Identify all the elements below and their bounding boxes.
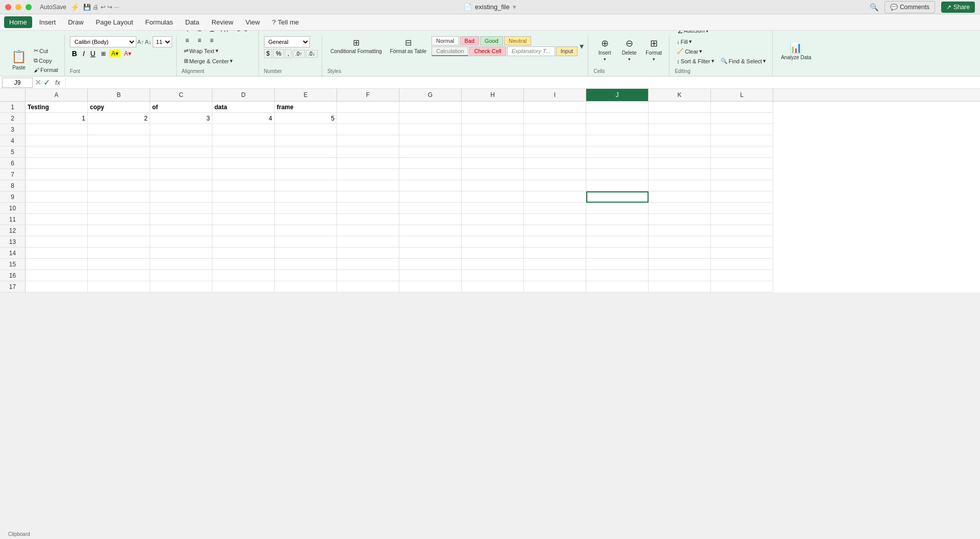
cell-d12[interactable] xyxy=(212,225,275,236)
cell-l6[interactable] xyxy=(711,158,773,169)
cell-e4[interactable] xyxy=(275,135,337,146)
cell-c13[interactable] xyxy=(150,236,212,248)
cell-d15[interactable] xyxy=(212,259,275,270)
format-painter-button[interactable]: 🖌 Format xyxy=(32,66,60,74)
cell-k14[interactable] xyxy=(649,248,711,259)
cell-k4[interactable] xyxy=(649,135,711,146)
cell-k10[interactable] xyxy=(649,203,711,214)
cell-k2[interactable] xyxy=(649,113,711,124)
cell-g5[interactable] xyxy=(399,146,462,158)
cell-b7[interactable] xyxy=(88,169,150,180)
copy-button[interactable]: ⧉ Copy xyxy=(32,56,60,65)
row-header-14[interactable]: 14 xyxy=(0,248,26,259)
cell-c3[interactable] xyxy=(150,124,212,135)
cell-c10[interactable] xyxy=(150,203,212,214)
cell-g7[interactable] xyxy=(399,169,462,180)
col-header-d[interactable]: D xyxy=(212,89,275,101)
cell-k12[interactable] xyxy=(649,225,711,236)
cell-l4[interactable] xyxy=(711,135,773,146)
cell-h3[interactable] xyxy=(462,124,524,135)
cell-g13[interactable] xyxy=(399,236,462,248)
cell-b3[interactable] xyxy=(88,124,150,135)
cell-d6[interactable] xyxy=(212,158,275,169)
cell-f9[interactable] xyxy=(337,191,399,203)
cell-l9[interactable] xyxy=(711,191,773,203)
comments-button[interactable]: 💬 Comments xyxy=(885,1,935,13)
cell-g4[interactable] xyxy=(399,135,462,146)
cell-b14[interactable] xyxy=(88,248,150,259)
menu-data[interactable]: Data xyxy=(180,16,204,28)
font-color-button[interactable]: A▾ xyxy=(122,50,133,58)
row-header-8[interactable]: 8 xyxy=(0,180,26,191)
style-normal[interactable]: Normal xyxy=(432,36,459,45)
row-header-6[interactable]: 6 xyxy=(0,158,26,169)
cell-b12[interactable] xyxy=(88,225,150,236)
currency-button[interactable]: $ xyxy=(264,49,273,58)
cell-b10[interactable] xyxy=(88,203,150,214)
cell-a17[interactable] xyxy=(26,281,88,292)
row-header-10[interactable]: 10 xyxy=(0,203,26,214)
cell-reference-input[interactable] xyxy=(2,78,33,88)
cell-c4[interactable] xyxy=(150,135,212,146)
comma-button[interactable]: , xyxy=(285,49,292,58)
cell-e14[interactable] xyxy=(275,248,337,259)
cell-e5[interactable] xyxy=(275,146,337,158)
cell-c11[interactable] xyxy=(150,214,212,225)
row-header-11[interactable]: 11 xyxy=(0,214,26,225)
cell-g11[interactable] xyxy=(399,214,462,225)
cell-i9[interactable] xyxy=(524,191,586,203)
decrease-decimal-button[interactable]: .0↓ xyxy=(306,50,318,58)
font-family-select[interactable]: Calibri (Body) xyxy=(70,36,136,47)
cell-h12[interactable] xyxy=(462,225,524,236)
cell-l12[interactable] xyxy=(711,225,773,236)
align-top-button[interactable]: ⊤ xyxy=(182,31,193,34)
cell-g6[interactable] xyxy=(399,158,462,169)
cell-c17[interactable] xyxy=(150,281,212,292)
cell-j11[interactable] xyxy=(586,214,649,225)
cell-l5[interactable] xyxy=(711,146,773,158)
col-header-i[interactable]: I xyxy=(524,89,586,101)
cell-b15[interactable] xyxy=(88,259,150,270)
style-input[interactable]: Input xyxy=(556,46,578,56)
cell-f1[interactable] xyxy=(337,102,399,113)
cell-h1[interactable] xyxy=(462,102,524,113)
col-header-a[interactable]: A xyxy=(26,89,88,101)
row-header-15[interactable]: 15 xyxy=(0,259,26,270)
cell-g9[interactable] xyxy=(399,191,462,203)
cell-i15[interactable] xyxy=(524,259,586,270)
cell-e1[interactable]: frame xyxy=(275,102,337,113)
cell-a14[interactable] xyxy=(26,248,88,259)
cell-j5[interactable] xyxy=(586,146,649,158)
underline-button[interactable]: U xyxy=(88,49,98,58)
cell-d4[interactable] xyxy=(212,135,275,146)
cell-j2[interactable] xyxy=(586,113,649,124)
style-expl[interactable]: Explanatory T... xyxy=(507,46,555,56)
cell-f14[interactable] xyxy=(337,248,399,259)
menu-formulas[interactable]: Formulas xyxy=(140,16,178,28)
cell-d7[interactable] xyxy=(212,169,275,180)
cell-a13[interactable] xyxy=(26,236,88,248)
cell-k15[interactable] xyxy=(649,259,711,270)
formula-cancel-icon[interactable]: ✕ xyxy=(35,78,41,87)
cell-i10[interactable] xyxy=(524,203,586,214)
cell-d16[interactable] xyxy=(212,270,275,281)
cell-k9[interactable] xyxy=(649,191,711,203)
cell-a7[interactable] xyxy=(26,169,88,180)
cell-g15[interactable] xyxy=(399,259,462,270)
corner-cell[interactable] xyxy=(0,89,26,101)
orient-button[interactable]: ↗A xyxy=(219,31,230,34)
cell-g2[interactable] xyxy=(399,113,462,124)
cell-c6[interactable] xyxy=(150,158,212,169)
cell-g3[interactable] xyxy=(399,124,462,135)
cell-i8[interactable] xyxy=(524,180,586,191)
align-left-button[interactable]: ≡ xyxy=(182,36,193,45)
cell-f10[interactable] xyxy=(337,203,399,214)
wrap-text-button[interactable]: ⇌ Wrap Text ▾ xyxy=(182,46,221,55)
cell-e17[interactable] xyxy=(275,281,337,292)
cell-f15[interactable] xyxy=(337,259,399,270)
insert-cells-button[interactable]: ⊕ Insert ▾ xyxy=(593,36,616,63)
cell-l8[interactable] xyxy=(711,180,773,191)
bold-button[interactable]: B xyxy=(70,49,79,58)
cell-i11[interactable] xyxy=(524,214,586,225)
col-header-h[interactable]: H xyxy=(462,89,524,101)
